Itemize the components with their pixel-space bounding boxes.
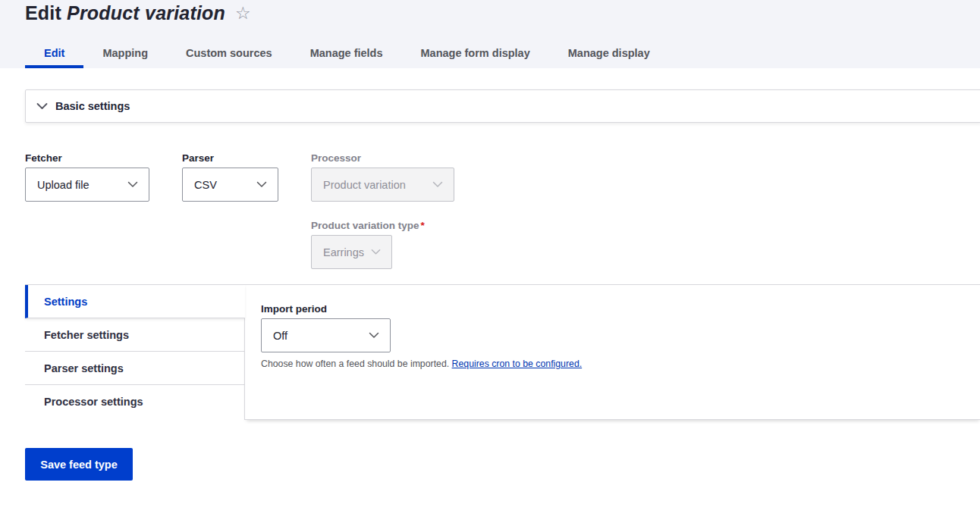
chevron-down-icon — [369, 332, 379, 339]
chevron-down-icon — [432, 181, 443, 188]
chevron-down-icon — [371, 249, 381, 255]
save-feed-type-button[interactable]: Save feed type — [25, 448, 133, 481]
tab-manage-fields[interactable]: Manage fields — [291, 38, 402, 68]
tab-manage-form-display[interactable]: Manage form display — [402, 38, 549, 68]
vtab-parser-settings[interactable]: Parser settings — [25, 352, 244, 385]
chevron-down-icon — [256, 181, 267, 188]
page-title-entity: Product variation — [67, 2, 225, 23]
vtab-label: Processor settings — [44, 396, 143, 408]
plugin-settings-row: Fetcher Upload file Parser CSV Processor… — [25, 152, 980, 269]
product-variation-type-value: Earrings — [323, 246, 364, 258]
settings-pane: Import period Off Choose how often a fee… — [244, 285, 980, 420]
processor-select: Product variation — [311, 168, 454, 202]
tab-custom-sources[interactable]: Custom sources — [167, 38, 291, 68]
fetcher-select-value: Upload file — [37, 179, 90, 191]
vtab-label: Settings — [44, 296, 87, 308]
chevron-down-icon — [127, 181, 138, 188]
fetcher-label: Fetcher — [25, 152, 149, 164]
vtab-label: Fetcher settings — [44, 329, 129, 341]
vtab-label: Parser settings — [44, 362, 124, 374]
import-period-label: Import period — [261, 303, 980, 315]
tab-label: Edit — [44, 47, 64, 59]
tab-manage-display[interactable]: Manage display — [549, 38, 669, 68]
vtab-settings[interactable]: Settings — [25, 285, 245, 318]
page-title: EditProduct variation — [25, 2, 225, 24]
product-variation-type-label-text: Product variation type — [311, 220, 419, 231]
tab-label: Custom sources — [186, 47, 272, 59]
product-variation-type-select: Earrings — [311, 235, 392, 269]
vertical-tabs-menu: Settings Fetcher settings Parser setting… — [25, 285, 244, 420]
tab-label: Manage fields — [310, 47, 383, 59]
page-title-prefix: Edit — [25, 2, 61, 23]
tab-edit[interactable]: Edit — [25, 38, 83, 68]
required-asterisk: * — [421, 220, 425, 231]
parser-label: Parser — [182, 152, 278, 164]
basic-settings-label: Basic settings — [55, 100, 130, 112]
parser-select-value: CSV — [194, 179, 217, 191]
product-variation-type-label: Product variation type* — [311, 220, 454, 231]
import-period-value: Off — [273, 330, 287, 342]
basic-settings-summary[interactable]: Basic settings — [25, 89, 980, 123]
fetcher-select[interactable]: Upload file — [25, 168, 149, 202]
import-period-select[interactable]: Off — [261, 318, 391, 352]
page-header: EditProduct variation ☆ Edit Mapping Cus… — [0, 0, 980, 68]
bookmark-star-icon[interactable]: ☆ — [235, 5, 251, 22]
tab-label: Manage form display — [421, 47, 530, 59]
parser-select[interactable]: CSV — [182, 168, 278, 202]
vtab-processor-settings[interactable]: Processor settings — [25, 385, 244, 418]
processor-label: Processor — [311, 152, 454, 164]
tab-mapping[interactable]: Mapping — [83, 38, 167, 68]
vtab-fetcher-settings[interactable]: Fetcher settings — [25, 318, 244, 352]
cron-configure-link[interactable]: Requires cron to be configured. — [452, 359, 583, 369]
tab-label: Manage display — [568, 47, 650, 59]
chevron-down-icon — [36, 102, 48, 110]
import-period-description-text: Choose how often a feed should be import… — [261, 359, 452, 369]
tab-label: Mapping — [102, 47, 148, 59]
processor-select-value: Product variation — [323, 179, 406, 191]
vertical-tabs: Settings Fetcher settings Parser setting… — [25, 284, 980, 420]
import-period-description: Choose how often a feed should be import… — [261, 359, 980, 369]
primary-tabs: Edit Mapping Custom sources Manage field… — [25, 38, 669, 68]
